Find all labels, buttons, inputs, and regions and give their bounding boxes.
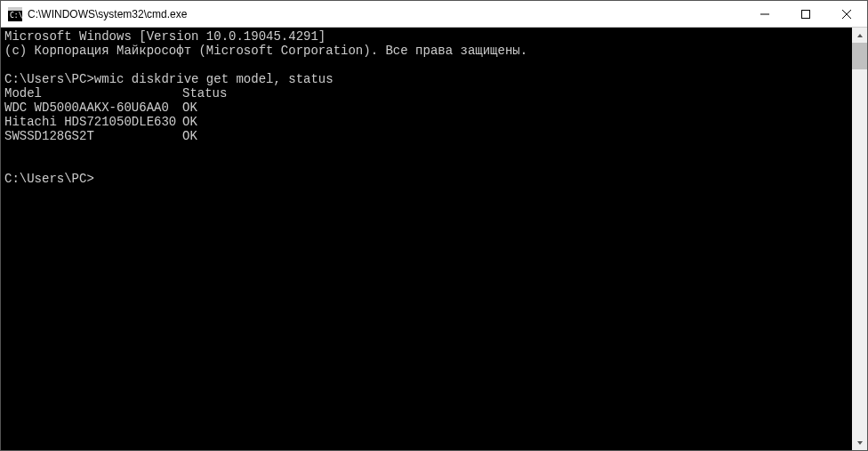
- table-cell-status: OK: [182, 115, 197, 129]
- table-cell-status: OK: [182, 129, 197, 143]
- version-line: Microsoft Windows [Version 10.0.19045.42…: [4, 29, 326, 44]
- vertical-scrollbar[interactable]: [852, 28, 867, 450]
- window-title: C:\WINDOWS\system32\cmd.exe: [28, 8, 744, 20]
- console-area: Microsoft Windows [Version 10.0.19045.42…: [1, 28, 867, 450]
- table-header-model: Model: [4, 86, 182, 101]
- table-cell-model: Hitachi HDS721050DLE630: [4, 115, 182, 129]
- table-cell-model: SWSSD128GS2T: [4, 129, 182, 143]
- close-button[interactable]: [826, 1, 867, 27]
- table-cell-model: WDC WD5000AAKX-60U6AA0: [4, 101, 182, 115]
- svg-marker-8: [857, 441, 863, 445]
- maximize-button[interactable]: [785, 1, 826, 27]
- table-cell-status: OK: [182, 101, 197, 115]
- svg-rect-4: [802, 10, 810, 18]
- scroll-down-button[interactable]: [852, 435, 867, 450]
- console-output[interactable]: Microsoft Windows [Version 10.0.19045.42…: [1, 28, 852, 450]
- table-header-status: Status: [182, 86, 227, 101]
- svg-marker-7: [857, 34, 863, 37]
- window-controls: [744, 1, 867, 27]
- window-titlebar[interactable]: C:\ C:\WINDOWS\system32\cmd.exe: [1, 1, 867, 28]
- scroll-up-button[interactable]: [852, 28, 867, 43]
- prompt-path: C:\Users\PC>: [4, 72, 94, 86]
- minimize-button[interactable]: [744, 1, 785, 27]
- scroll-thumb[interactable]: [852, 43, 867, 69]
- prompt-path: C:\Users\PC>: [4, 172, 94, 186]
- command-text: wmic diskdrive get model, status: [94, 72, 334, 86]
- svg-rect-1: [8, 7, 22, 11]
- copyright-line: (c) Корпорация Майкрософт (Microsoft Cor…: [4, 44, 527, 58]
- cmd-icon: C:\: [8, 7, 22, 21]
- scroll-track[interactable]: [852, 43, 867, 435]
- svg-text:C:\: C:\: [10, 12, 22, 20]
